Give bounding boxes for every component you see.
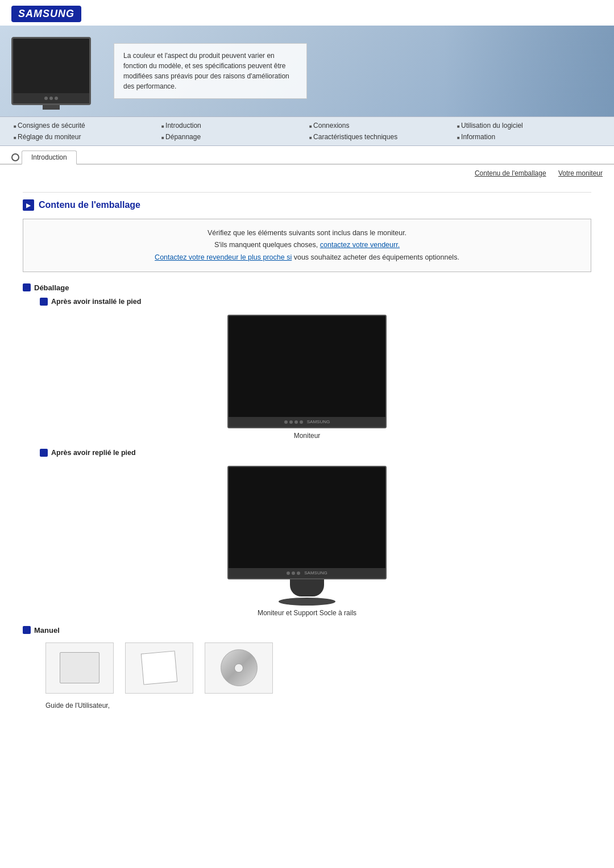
infobox-line1: Vérifiez que les éléments suivants sont …	[208, 229, 406, 237]
subsubsection-folded-label: Après avoir replié le pied	[51, 449, 136, 457]
banner: La couleur et l'aspect du produit peuven…	[0, 26, 614, 116]
manual-cd-image	[221, 649, 258, 686]
subsection-manuel-label: Manuel	[34, 626, 60, 635]
breadcrumb-bar: Contenu de l'emballage Votre moniteur	[0, 165, 614, 182]
subsubsection-icon1	[40, 298, 48, 306]
monitor-folded-image: SAMSUNG	[227, 466, 387, 579]
monitor-base	[279, 598, 335, 606]
monitor-installed-image: SAMSUNG	[227, 315, 387, 428]
breadcrumb-item2[interactable]: Votre moniteur	[558, 169, 603, 177]
subsubsection-installed-label: Après avoir installé le pied	[51, 298, 141, 306]
infobox-line3rest: vous souhaitez acheter des équipements o…	[294, 253, 459, 261]
subsection-icon	[23, 283, 31, 291]
img-caption-socle: Moniteur et Support Socle à rails	[258, 609, 356, 617]
tab-circle-icon	[11, 153, 19, 161]
infobox-line2: S'ils manquent quelques choses,	[214, 241, 318, 249]
btn5	[287, 571, 290, 575]
banner-text: La couleur et l'aspect du produit peuven…	[123, 52, 289, 90]
manual-doc-box	[45, 642, 114, 694]
monitor-installed-container: SAMSUNG Moniteur	[23, 315, 591, 440]
section-title-icon: ▶	[23, 199, 34, 211]
subsubsection-icon2	[40, 449, 48, 457]
nav-item-utilisation[interactable]: Utilisation du logiciel	[455, 120, 603, 131]
monitor-btn	[44, 97, 48, 100]
btn4	[300, 420, 303, 424]
section-title: ▶ Contenu de l'emballage	[23, 199, 591, 211]
section-divider	[23, 192, 591, 193]
infobox-link1[interactable]: contactez votre vendeurr.	[320, 241, 400, 249]
samsung-label-small2: SAMSUNG	[304, 570, 327, 575]
btn6	[292, 571, 295, 575]
monitor-bottom-bar	[13, 93, 89, 103]
samsung-logo: SAMSUNG	[11, 6, 81, 22]
nav-item-connexions[interactable]: Connexions	[307, 120, 455, 131]
banner-decoration	[443, 26, 614, 116]
manual-paper-box	[125, 642, 193, 694]
subsubsection-folded: Après avoir replié le pied	[40, 449, 591, 457]
nav-item-reglage[interactable]: Réglage du moniteur	[11, 132, 159, 142]
banner-monitor-image	[11, 37, 91, 105]
subsection-manuel: Manuel	[23, 626, 591, 635]
nav-item-consignes[interactable]: Consignes de sécurité	[11, 120, 159, 131]
nav-item-introduction[interactable]: Introduction	[159, 120, 307, 131]
btn1	[284, 420, 288, 424]
infobox-link2[interactable]: Contactez votre revendeur le plus proche…	[155, 253, 292, 261]
section-title-text: Contenu de l'emballage	[39, 200, 140, 210]
header: SAMSUNG	[0, 0, 614, 26]
manual-cd-box	[205, 642, 273, 694]
btn3	[294, 420, 298, 424]
monitor-stand	[290, 579, 324, 596]
tab-introduction[interactable]: Introduction	[22, 151, 77, 165]
breadcrumb-separator	[550, 169, 554, 177]
monitor-folded-container: SAMSUNG Moniteur et Support Socle à rail…	[23, 466, 591, 617]
manual-paper-image	[141, 651, 178, 685]
monitor-installed-bottom: SAMSUNG	[229, 417, 385, 427]
nav-item-depannage[interactable]: Dépannage	[159, 132, 307, 142]
banner-text-box: La couleur et l'aspect du produit peuven…	[114, 43, 307, 99]
samsung-label-small: SAMSUNG	[307, 419, 330, 424]
btn2	[289, 420, 293, 424]
monitor-btn	[55, 97, 58, 100]
main-content: ▶ Contenu de l'emballage Vérifiez que le…	[0, 182, 614, 727]
info-box: Vérifiez que les éléments suivants sont …	[23, 219, 591, 272]
nav-bar: Consignes de sécurité Introduction Conne…	[0, 116, 614, 146]
monitor-btn	[49, 97, 53, 100]
img-caption-guide: Guide de l'Utilisateur,	[23, 702, 591, 710]
manual-images-row	[23, 642, 591, 694]
subsection-deballage: Déballage	[23, 283, 591, 292]
tab-bar: Introduction	[0, 146, 614, 165]
nav-item-caracteristiques[interactable]: Caractéristiques techniques	[307, 132, 455, 142]
btn7	[297, 571, 300, 575]
subsubsection-installed: Après avoir installé le pied	[40, 298, 591, 306]
breadcrumb-item1[interactable]: Contenu de l'emballage	[475, 169, 546, 177]
img-caption-moniteur: Moniteur	[294, 432, 321, 440]
monitor-folded-bottom: SAMSUNG	[229, 568, 385, 578]
subsection-manuel-icon	[23, 626, 31, 634]
subsection-deballage-label: Déballage	[34, 283, 69, 292]
nav-item-information[interactable]: Information	[455, 132, 603, 142]
manual-doc-image	[60, 652, 99, 683]
